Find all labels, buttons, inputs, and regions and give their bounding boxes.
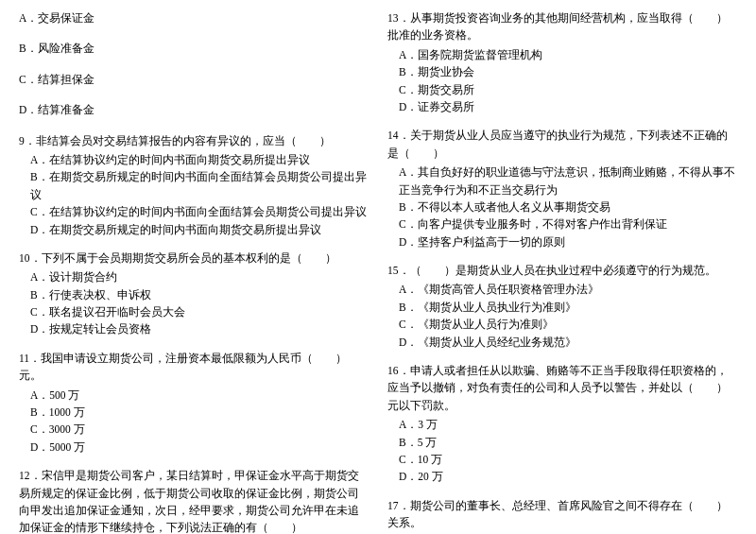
question-block: 17．期货公司的董事长、总经理、首席风险官之间不得存在（ ）关系。A．亲属B．近… [387, 497, 737, 534]
question-option: B．行使表决权、申诉权 [19, 286, 369, 303]
question-title: 14．关于期货从业人员应当遵守的执业行为规范，下列表述不正确的是（ ） [387, 127, 737, 162]
content-columns: A．交易保证金B．风险准备金C．结算担保金D．结算准备金9．非结算会员对交易结算… [19, 9, 737, 534]
page-container: A．交易保证金B．风险准备金C．结算担保金D．结算准备金9．非结算会员对交易结算… [19, 9, 737, 534]
left-column: A．交易保证金B．风险准备金C．结算担保金D．结算准备金9．非结算会员对交易结算… [19, 9, 369, 534]
question-block: 9．非结算会员对交易结算报告的内容有异议的，应当（ ）A．在结算协议约定的时间内… [19, 132, 369, 238]
question-block: A．交易保证金 [19, 9, 369, 28]
question-option: D．《期货从业人员经纪业务规范》 [387, 334, 737, 351]
question-block: 11．我国申请设立期货公司，注册资本最低限额为人民币（ ）元。A．500 万B．… [19, 350, 369, 456]
question-option: C．10 万 [387, 451, 737, 468]
question-option: A．500 万 [19, 387, 369, 404]
question-option: B．在期货交易所规定的时间内书面向全面结算会员期货公司提出异议 [19, 168, 369, 203]
question-option: A．设计期货合约 [19, 268, 369, 285]
question-option: B．1000 万 [19, 404, 369, 421]
question-title: 12．宋信甲是期货公司客户，某日结算时，甲保证金水平高于期货交易所规定的保证金比… [19, 467, 369, 534]
question-block: 13．从事期货投资咨询业务的其他期间经营机构，应当取得（ ）批准的业务资格。A．… [387, 9, 737, 115]
question-block: 16．申请人或者担任从以欺骗、贿赂等不正当手段取得任职资格的，应当予以撤销，对负… [387, 362, 737, 486]
question-option: A．在结算协议约定的时间内书面向期货交易所提出异议 [19, 151, 369, 168]
question-option: D．在期货交易所规定的时间内书面向期货交易所提出异议 [19, 221, 369, 238]
question-block: D．结算准备金 [19, 101, 369, 120]
question-option: A．其自负好好的职业道德与守法意识，抵制商业贿赂，不得从事不正当竞争行为和不正当… [387, 164, 737, 198]
question-title: 16．申请人或者担任从以欺骗、贿赂等不正当手段取得任职资格的，应当予以撤销，对负… [387, 362, 737, 414]
question-option: B．期货业协会 [387, 63, 737, 80]
question-title: 10．下列不属于会员期期货交易所会员的基本权利的是（ ） [19, 250, 369, 267]
question-title: A．交易保证金 [19, 9, 369, 26]
question-option: D．证券交易所 [387, 98, 737, 115]
question-option: A．《期货高管人员任职资格管理办法》 [387, 281, 737, 298]
question-block: 10．下列不属于会员期期货交易所会员的基本权利的是（ ）A．设计期货合约B．行使… [19, 250, 369, 338]
question-option: D．20 万 [387, 468, 737, 485]
question-option: C．期货交易所 [387, 81, 737, 98]
question-title: 17．期货公司的董事长、总经理、首席风险官之间不得存在（ ）关系。 [387, 497, 737, 532]
question-option: D．按规定转让会员资格 [19, 320, 369, 337]
question-title: 15．（ ）是期货从业人员在执业过程中必须遵守的行为规范。 [387, 262, 737, 279]
question-option: B．不得以本人或者他人名义从事期货交易 [387, 198, 737, 215]
question-option: C．《期货从业人员行为准则》 [387, 316, 737, 333]
question-option: D．5000 万 [19, 439, 369, 456]
question-option: C．向客户提供专业服务时，不得对客户作出背利保证 [387, 215, 737, 233]
question-option: D．坚持客户利益高于一切的原则 [387, 233, 737, 250]
question-option: C．3000 万 [19, 421, 369, 438]
question-option: C．联名提议召开临时会员大会 [19, 303, 369, 320]
question-block: B．风险准备金 [19, 40, 369, 59]
question-title: B．风险准备金 [19, 40, 369, 57]
question-option: A．国务院期货监督管理机构 [387, 46, 737, 63]
right-column: 13．从事期货投资咨询业务的其他期间经营机构，应当取得（ ）批准的业务资格。A．… [387, 9, 737, 534]
question-option: B．《期货从业人员执业行为准则》 [387, 299, 737, 316]
question-option: A．3 万 [387, 416, 737, 433]
question-block: 14．关于期货从业人员应当遵守的执业行为规范，下列表述不正确的是（ ）A．其自负… [387, 127, 737, 250]
question-title: 11．我国申请设立期货公司，注册资本最低限额为人民币（ ）元。 [19, 350, 369, 385]
question-option: B．5 万 [387, 434, 737, 451]
question-title: D．结算准备金 [19, 101, 369, 118]
question-block: 15．（ ）是期货从业人员在执业过程中必须遵守的行为规范。A．《期货高管人员任职… [387, 262, 737, 351]
question-option: C．在结算协议约定的时间内书面向全面结算会员期货公司提出异议 [19, 203, 369, 220]
question-title: 9．非结算会员对交易结算报告的内容有异议的，应当（ ） [19, 132, 369, 149]
question-block: 12．宋信甲是期货公司客户，某日结算时，甲保证金水平高于期货交易所规定的保证金比… [19, 467, 369, 534]
question-title: 13．从事期货投资咨询业务的其他期间经营机构，应当取得（ ）批准的业务资格。 [387, 9, 737, 44]
question-title: C．结算担保金 [19, 71, 369, 88]
question-block: C．结算担保金 [19, 71, 369, 90]
